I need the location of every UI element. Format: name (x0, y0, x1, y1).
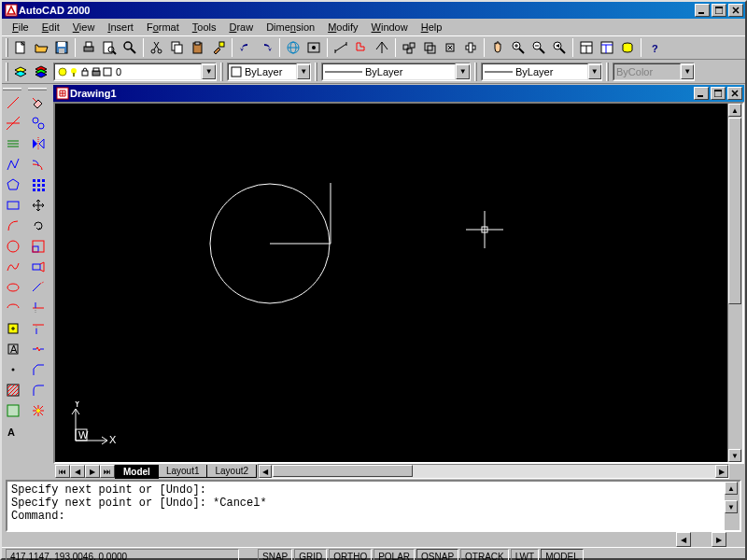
copy-button[interactable] (167, 37, 188, 58)
circle-button[interactable] (3, 236, 23, 257)
help-button[interactable]: ? (644, 37, 665, 58)
extend-button[interactable] (28, 318, 49, 339)
tab-nav-next[interactable]: ▶ (85, 465, 100, 478)
lineweight-combo[interactable]: ByLayer ▼ (481, 63, 602, 81)
pan-realtime-button[interactable] (440, 37, 460, 58)
spline-button[interactable] (3, 257, 23, 277)
redo-button[interactable] (256, 37, 276, 58)
multiline-button[interactable] (3, 133, 23, 154)
ellipse-arc-button[interactable] (3, 298, 23, 318)
insert-block-button[interactable] (3, 318, 23, 339)
status-osnap[interactable]: OSNAP (416, 549, 458, 560)
pan-button[interactable] (487, 37, 508, 58)
dbconnect-button[interactable] (617, 37, 638, 58)
undo-button[interactable] (235, 37, 256, 58)
ellipse-button[interactable] (3, 277, 23, 298)
break-button[interactable] (28, 339, 49, 359)
menu-format[interactable]: Format (140, 20, 186, 35)
menu-draw[interactable]: Draw (222, 20, 260, 35)
erase-button[interactable] (28, 92, 49, 113)
find-button[interactable] (120, 37, 140, 58)
hatch-button[interactable] (3, 380, 23, 400)
explode-button[interactable] (28, 400, 49, 421)
move-button[interactable] (28, 195, 49, 216)
polyline-button[interactable] (3, 154, 23, 175)
menu-insert[interactable]: Insert (101, 20, 140, 35)
zoom-button[interactable] (508, 37, 529, 58)
offset-button[interactable] (28, 154, 49, 175)
scale-button[interactable] (28, 236, 49, 257)
polygon-button[interactable] (3, 175, 23, 195)
lengthen-button[interactable] (28, 277, 49, 298)
arc-button[interactable] (3, 216, 23, 236)
layers-button[interactable] (31, 62, 51, 82)
print-preview-button[interactable] (99, 37, 120, 58)
rectangle-button[interactable] (3, 195, 23, 216)
tab-layout2[interactable]: Layout2 (206, 465, 257, 478)
line-button[interactable] (3, 92, 23, 113)
horizontal-scrollbar[interactable]: ◀ ▶ (258, 464, 729, 479)
copy-object-button[interactable] (28, 113, 49, 133)
linetype-combo[interactable]: ByLayer ▼ (321, 63, 471, 81)
tab-nav-prev[interactable]: ◀ (70, 465, 85, 478)
status-snap[interactable]: SNAP (258, 549, 292, 560)
named-views-button[interactable] (399, 37, 419, 58)
save-button[interactable] (51, 37, 72, 58)
menu-modify[interactable]: Modify (321, 20, 364, 35)
close-button[interactable] (728, 4, 743, 17)
temporary-tracking-button[interactable] (303, 37, 324, 58)
menu-dimension[interactable]: Dimension (260, 20, 321, 35)
aerial-view-button[interactable] (372, 37, 392, 58)
tab-model[interactable]: Model (115, 465, 159, 479)
layer-combo[interactable]: 0 ▼ (53, 63, 217, 81)
status-polar[interactable]: POLAR (374, 549, 415, 560)
status-grid[interactable]: GRID (294, 549, 327, 560)
zoom-realtime-button[interactable] (460, 37, 481, 58)
fillet-button[interactable] (28, 380, 49, 400)
drawing-close-button[interactable] (727, 87, 742, 100)
status-lwt[interactable]: LWT (511, 549, 539, 560)
match-properties-button[interactable] (208, 37, 229, 58)
rotate-button[interactable] (28, 216, 49, 236)
3d-orbit-button[interactable] (419, 37, 440, 58)
tab-nav-last[interactable]: ⏭ (100, 465, 115, 478)
hyperlink-button[interactable] (283, 37, 303, 58)
menu-help[interactable]: Help (415, 20, 449, 35)
mirror-button[interactable] (28, 133, 49, 154)
command-vscroll[interactable]: ▲ ▼ (725, 482, 740, 530)
trim-button[interactable] (28, 298, 49, 318)
menu-tools[interactable]: Tools (186, 20, 223, 35)
array-button[interactable] (28, 175, 49, 195)
status-model[interactable]: MODEL (541, 549, 584, 560)
status-coordinates[interactable]: 417.1147, 193.0046, 0.0000 (6, 549, 239, 560)
command-window[interactable]: Specify next point or [Undo]: Specify ne… (6, 480, 741, 532)
paste-button[interactable] (188, 37, 208, 58)
menu-window[interactable]: Window (365, 20, 415, 35)
plotstyle-combo[interactable]: ByColor ▼ (613, 63, 695, 81)
menu-file[interactable]: File (6, 20, 35, 35)
region-button[interactable] (3, 400, 23, 421)
menu-edit[interactable]: Edit (35, 20, 66, 35)
status-ortho[interactable]: ORTHO (329, 549, 372, 560)
cut-button[interactable] (147, 37, 167, 58)
color-combo[interactable]: ByLayer ▼ (227, 63, 311, 81)
open-button[interactable] (31, 37, 51, 58)
redraw-button[interactable] (351, 37, 372, 58)
new-button[interactable] (10, 37, 31, 58)
distance-button[interactable] (331, 37, 351, 58)
chamfer-button[interactable] (28, 359, 49, 380)
drawing-maximize-button[interactable] (711, 87, 726, 100)
design-center-button[interactable] (597, 37, 617, 58)
stretch-button[interactable] (28, 257, 49, 277)
text-button[interactable]: A (3, 421, 23, 441)
zoom-previous-button[interactable] (549, 37, 570, 58)
properties-button[interactable] (576, 37, 597, 58)
tab-nav-first[interactable]: ⏮ (55, 465, 70, 478)
vertical-scrollbar[interactable]: ▲ ▼ (727, 104, 742, 462)
point-button[interactable] (3, 359, 23, 380)
construction-line-button[interactable] (3, 113, 23, 133)
minimize-button[interactable] (695, 4, 710, 17)
drawing-canvas[interactable]: Y X W (55, 104, 727, 462)
status-otrack[interactable]: OTRACK (460, 549, 509, 560)
make-block-button[interactable]: A (3, 339, 23, 359)
